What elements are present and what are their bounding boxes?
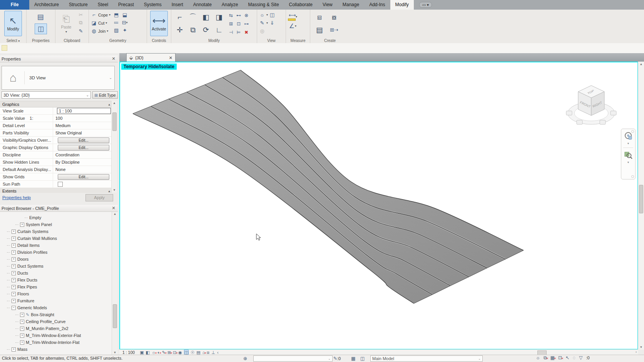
pin-icon[interactable]: ⊶ (243, 20, 250, 28)
filter-icon[interactable]: ▽ (579, 355, 582, 360)
visual-style-icon[interactable]: ◧ (146, 350, 150, 355)
project-browser-scrollbar[interactable]: ▲ ▼ (112, 212, 118, 355)
tree-item-m-trim-window-interior-flat[interactable]: +M_Trim-Window-Interior-Flat (0, 339, 112, 346)
navigation-bar[interactable]: ▾ ▾ (621, 129, 636, 179)
sketchy-lines-icon[interactable]: ✎✕ (162, 350, 166, 355)
expand-icon[interactable]: + (12, 271, 16, 275)
ribbon-tab-massing-site[interactable]: Massing & Site (243, 0, 284, 10)
create-similar-icon[interactable]: ⊞⇢ (327, 23, 341, 36)
drag-elements-on-selection-icon[interactable]: ◌ (573, 355, 575, 360)
create-parts-icon[interactable]: ▤ (312, 23, 327, 36)
tree-item-mass[interactable]: +Mass (0, 346, 112, 353)
temporary-view-properties-icon[interactable]: ▤ (196, 350, 200, 355)
paste-button[interactable]: ⎗ Paste ▾ (57, 11, 75, 36)
tree-item-duct-systems[interactable]: +Duct Systems (0, 263, 112, 270)
expand-icon[interactable]: + (20, 313, 24, 317)
expand-icon[interactable]: + (20, 327, 24, 331)
unjoin-icon[interactable]: ✦ (120, 26, 129, 34)
horizontal-scrollbar[interactable]: › (222, 350, 638, 355)
zoom-tool-icon[interactable] (624, 150, 633, 159)
tree-item-doors[interactable]: +Doors (0, 256, 112, 263)
scale-icon[interactable]: ⊡ (235, 20, 243, 28)
trim-extend-corner-icon[interactable]: ∟ (212, 23, 226, 36)
expand-icon[interactable]: + (12, 243, 16, 248)
section-collapse-icon-2[interactable]: ▴ (108, 189, 110, 193)
project-browser-close-icon[interactable]: ✕ (111, 206, 116, 211)
ribbon-tab-annotate[interactable]: Annotate (188, 0, 217, 10)
editable-only-toggle[interactable]: ✎:0 (333, 356, 341, 361)
array-icon[interactable]: ⊞ (227, 20, 235, 28)
select-underlay-elements-icon[interactable]: ▦✕ (550, 355, 555, 360)
temporary-hide-isolate-icon[interactable]: ◫ (184, 350, 189, 355)
select-links-icon[interactable]: ⧉✕ (544, 355, 547, 360)
properties-header[interactable]: Properties ✕ (0, 55, 118, 62)
expand-icon[interactable]: + (12, 347, 16, 352)
hide-in-view-icon[interactable]: ☼ (259, 12, 265, 18)
ribbon-tab-modify[interactable]: Modify (390, 0, 414, 10)
ribbon-tab-steel[interactable]: Steel (93, 0, 113, 10)
unpin-icon[interactable]: ⊗ (243, 11, 250, 20)
viewcube[interactable]: TOP FRONT RIGHT (564, 80, 621, 132)
ribbon-tab-add-ins[interactable]: Add-Ins (364, 0, 390, 10)
ribbon-tab-precast[interactable]: Precast (113, 0, 139, 10)
worksharing-display-icon[interactable]: ☼ (536, 355, 540, 360)
tree-item-ducts[interactable]: +Ducts (0, 270, 112, 277)
ribbon-tab-collaborate[interactable]: Collaborate (284, 0, 318, 10)
wall-joins-icon[interactable]: ⬓ (120, 11, 129, 18)
tree-item-m-trim-window-exterior-flat[interactable]: +M_Trim-Window-Exterior-Flat (0, 332, 112, 339)
design-option-combo[interactable]: Main Model ⌄ (370, 355, 483, 362)
properties-palette-icon[interactable]: ◫ (35, 23, 47, 34)
lock-3d-view-icon[interactable]: ◉ (178, 350, 182, 355)
model-surface[interactable] (120, 62, 637, 349)
section-extents[interactable]: Extents ▴ (0, 188, 112, 193)
measure-button[interactable]: ⟷ ▾ (288, 12, 297, 21)
expand-icon[interactable]: + (20, 340, 24, 345)
edit-button[interactable]: Edit... (58, 137, 109, 143)
vscroll-up-icon[interactable]: ▲ (638, 62, 644, 67)
match-type-icon[interactable]: ✎ (77, 27, 85, 35)
aligned-dimension-button[interactable]: ∠▾ (289, 22, 296, 30)
hscroll-right-icon[interactable]: › (636, 350, 637, 354)
tree-item-flex-ducts[interactable]: +Flex Ducts (0, 277, 112, 283)
viewcube-compass-east[interactable] (611, 111, 616, 115)
vscroll-thumb[interactable] (639, 185, 643, 213)
copy-icon[interactable]: ⧉ (186, 23, 199, 36)
select-elements-by-face-icon[interactable]: ↖ (565, 355, 569, 360)
offset-icon[interactable]: ⌒ (186, 11, 199, 23)
design-options-edit-icon[interactable]: ◫ (360, 356, 365, 361)
collapse-bar-icon[interactable]: ‹ (217, 350, 219, 355)
zoom-dropdown-icon[interactable]: ▾ (627, 161, 629, 164)
vscroll-down-icon[interactable]: ▼ (638, 345, 644, 350)
properties-scroll-thumb[interactable] (112, 112, 117, 131)
tree-item-box-straight[interactable]: +✎Box-Straight (0, 311, 112, 318)
expand-icon[interactable]: + (12, 285, 16, 289)
sun-path-icon[interactable]: ☼✕ (152, 350, 156, 355)
steering-wheel-icon[interactable] (624, 131, 633, 141)
trim-extend-single-icon[interactable]: ⊣ (227, 28, 235, 37)
join-geometry-button[interactable]: ◍ Join▾ (91, 27, 110, 35)
delete-icon[interactable]: ✖ (243, 28, 250, 37)
properties-scrollbar[interactable]: ▲ ▼ (111, 101, 117, 193)
ribbon-tab-systems[interactable]: Systems (139, 0, 167, 10)
select-pinned-elements-icon[interactable]: ⊡✕ (558, 355, 562, 360)
project-browser-header[interactable]: Project Browser - CME_Profile ✕ (0, 205, 118, 212)
section-collapse-icon[interactable]: ▴ (108, 102, 110, 106)
linework-icon[interactable]: ✎ (259, 20, 265, 26)
rotate-icon[interactable]: ⟳ (199, 23, 212, 36)
ribbon-tab-manage[interactable]: Manage (338, 0, 364, 10)
view-tab-close-icon[interactable]: ✕ (169, 55, 172, 60)
split-face-icon[interactable]: ≔ (112, 18, 120, 26)
panel-properties-label[interactable]: Properties (27, 39, 55, 43)
instance-selector[interactable]: 3D View: {3D} ⌄ (2, 91, 91, 99)
show-rendering-dialog-icon[interactable]: ▣ (140, 350, 144, 355)
properties-help-link[interactable]: Properties help (2, 195, 31, 200)
cope-button[interactable]: ⌐ Cope▾ (91, 11, 110, 19)
type-selector-dropdown-icon[interactable]: ⌄ (109, 76, 112, 80)
edit-button[interactable]: Edit... (58, 174, 109, 180)
ribbon-tab-view[interactable]: View (318, 0, 338, 10)
edit-button[interactable]: Edit... (58, 145, 109, 151)
split-with-gap-icon[interactable]: ⊷ (235, 11, 243, 20)
tree-item-furniture[interactable]: +Furniture (0, 297, 112, 304)
ribbon-tab-analyze[interactable]: Analyze (217, 0, 243, 10)
shadows-icon[interactable]: ◐✕ (157, 350, 160, 355)
